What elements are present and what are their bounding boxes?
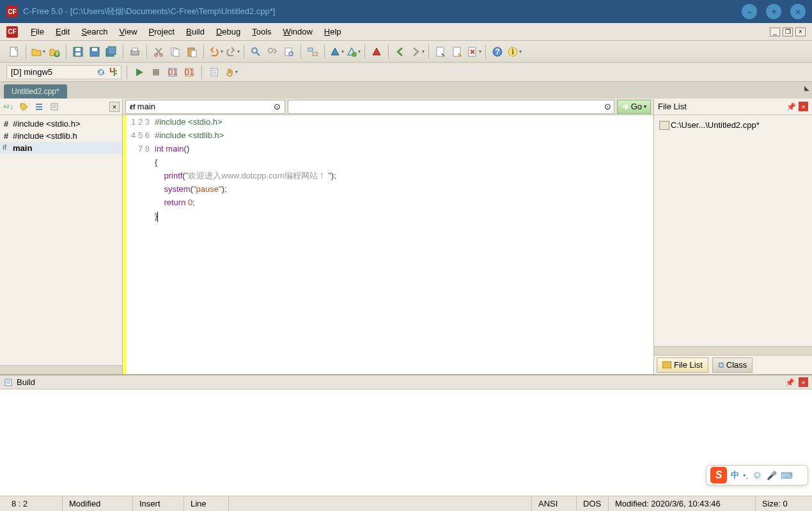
file-list-close-button[interactable]: × (799, 102, 808, 111)
svg-rect-5 (75, 52, 81, 56)
symbol-list: #include <stdio.h> #include <stdlib.h ma… (0, 115, 122, 157)
compiler-selector[interactable]: [D] mingw5 DR (6, 65, 121, 79)
find-in-files-button[interactable] (281, 44, 297, 59)
symbol-include-stdio[interactable]: #include <stdio.h> (0, 118, 122, 130)
status-size: Size: 0 (756, 496, 807, 511)
nav-forward-button[interactable]: ▾ (409, 44, 425, 59)
tab-class[interactable]: ⧉Class (712, 358, 753, 373)
chevron-down-icon: ▾ (644, 104, 646, 109)
maximize-button[interactable]: ＋ (766, 4, 781, 19)
right-pane-tabs: File List ⧉Class (654, 355, 812, 374)
mdi-restore-button[interactable]: ❐ (783, 28, 793, 36)
code-editor[interactable]: 1 2 3 4 5 6 7 8 #include <stdio.h> #incl… (123, 115, 653, 374)
step-into-button[interactable]: 01 (166, 65, 180, 79)
menu-project[interactable]: Project (144, 25, 180, 38)
build-close-button[interactable]: × (799, 377, 808, 387)
svg-rect-4 (75, 48, 81, 51)
menu-build[interactable]: Build (181, 25, 210, 38)
minimize-button[interactable]: – (742, 4, 757, 19)
detail-view-button[interactable] (49, 101, 60, 113)
close-button[interactable]: × (790, 4, 806, 19)
find-button[interactable] (248, 44, 263, 59)
about-button[interactable]: i▾ (506, 44, 522, 59)
right-scrollbar[interactable] (654, 346, 812, 355)
open-project-button[interactable]: + (47, 44, 62, 59)
menu-window[interactable]: Window (278, 25, 318, 38)
save-all-button[interactable] (104, 44, 119, 59)
menu-file[interactable]: File (26, 25, 49, 38)
build-panel: Build 📌 × (0, 374, 812, 496)
menu-view[interactable]: View (114, 25, 143, 38)
function-selector[interactable]: ℓf main ⊙ (125, 100, 285, 114)
tab-file-list[interactable]: File List (657, 358, 708, 373)
new-file-button[interactable] (6, 44, 22, 59)
stop-button[interactable] (149, 65, 163, 79)
undo-button[interactable]: ▾ (208, 44, 223, 59)
ime-widget[interactable]: S 中 •, ☺ 🎤 ⌨ (706, 465, 808, 485)
rebuild-button[interactable]: ▾ (345, 44, 361, 59)
symbol-include-stdlib[interactable]: #include <stdlib.h (0, 130, 122, 142)
sort-az-button[interactable]: AZ↓ (3, 101, 14, 113)
menu-edit[interactable]: Edit (51, 25, 75, 38)
build-button[interactable]: ▾ (329, 44, 344, 59)
build-pin-button[interactable]: 📌 (785, 378, 795, 387)
refresh-icon (97, 68, 105, 77)
toolbar-main: ▾ + ▾ ▾ ▾ ▾ ▾ ▾ ? i▾ (0, 41, 812, 63)
menu-help[interactable]: Help (319, 25, 347, 38)
redo-button[interactable]: ▾ (224, 44, 240, 59)
menu-search[interactable]: Search (76, 25, 113, 38)
doc2-button[interactable] (449, 44, 465, 59)
ime-punct-icon[interactable]: •, (743, 471, 748, 480)
status-modified: Modified (63, 496, 133, 511)
svg-rect-34 (153, 69, 159, 75)
go-button[interactable]: Go ▾ (617, 100, 651, 114)
ime-lang[interactable]: 中 (731, 469, 739, 481)
mdi-minimize-button[interactable]: _ (770, 28, 780, 36)
file-tree-item[interactable]: C:\User...\Untitled2.cpp* (657, 119, 809, 131)
save-as-button[interactable] (87, 44, 102, 59)
save-button[interactable] (70, 44, 86, 59)
menu-tools[interactable]: Tools (247, 25, 276, 38)
find-next-button[interactable] (265, 44, 280, 59)
dropdown-icon: ⊙ (274, 102, 281, 111)
cut-button[interactable] (151, 44, 166, 59)
symbol-main[interactable]: main (0, 142, 122, 154)
sogou-icon: S (710, 467, 727, 483)
titlebar: CF C-Free 5.0 - [C:\Users\轻烟\Documents\C… (0, 0, 812, 23)
pin-button[interactable]: 📌 (786, 102, 796, 111)
list-view-button[interactable] (33, 101, 45, 113)
ime-emoji-icon[interactable]: ☺ (752, 469, 762, 481)
collapse-arrow-icon[interactable]: ◣ (804, 84, 809, 91)
paste-button[interactable] (184, 44, 199, 59)
mdi-close-button[interactable]: × (795, 28, 806, 36)
step-over-button[interactable]: 01 (182, 65, 196, 79)
svg-rect-41 (5, 379, 12, 386)
file-tree: C:\User...\Untitled2.cpp* (654, 115, 812, 346)
copy-button[interactable] (168, 44, 183, 59)
pan-button[interactable]: ▾ (224, 65, 238, 79)
menu-debug[interactable]: Debug (211, 25, 246, 38)
open-file-button[interactable]: ▾ (30, 44, 45, 59)
svg-rect-9 (108, 47, 116, 54)
left-scrollbar[interactable] (0, 365, 122, 374)
symbol-pane-close-button[interactable]: × (109, 102, 120, 112)
svg-text:01: 01 (185, 67, 194, 77)
doc-delete-button[interactable]: ▾ (466, 44, 481, 59)
tag-button[interactable] (18, 101, 29, 113)
stop-build-button[interactable] (369, 44, 384, 59)
nav-back-button[interactable] (393, 44, 408, 59)
run-button[interactable] (132, 65, 146, 79)
file-tab-active[interactable]: Untitled2.cpp* (4, 84, 67, 98)
svg-rect-0 (10, 47, 17, 56)
help-button[interactable]: ? (490, 44, 505, 59)
print-button[interactable] (127, 44, 143, 59)
ime-mic-icon[interactable]: 🎤 (767, 471, 777, 480)
doc1-button[interactable] (433, 44, 448, 59)
code-content[interactable]: #include <stdio.h> #include <stdlib.h> i… (155, 115, 653, 374)
build-output[interactable] (0, 389, 812, 496)
replace-button[interactable] (305, 44, 320, 59)
options-button[interactable] (207, 65, 221, 79)
svg-rect-11 (132, 48, 137, 51)
scope-selector[interactable]: ⊙ (288, 100, 614, 114)
ime-keyboard-icon[interactable]: ⌨ (781, 471, 793, 480)
